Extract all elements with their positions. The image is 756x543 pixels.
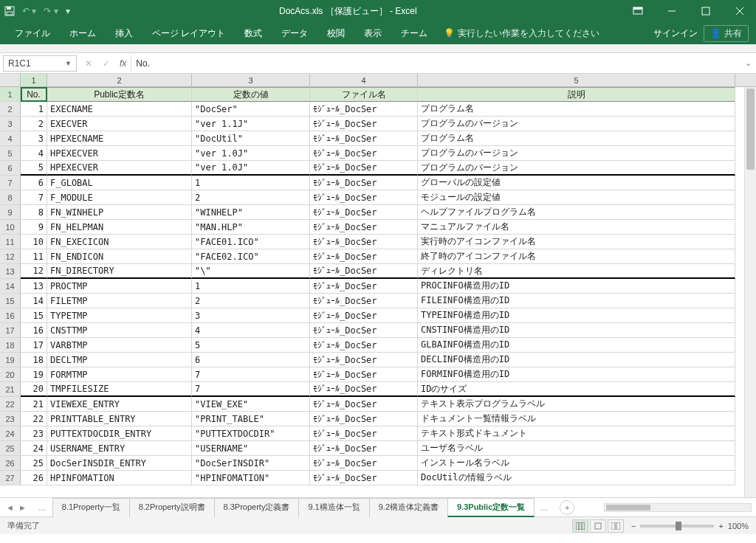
chevron-down-icon[interactable]: ▼ xyxy=(65,60,72,67)
cell[interactable]: ﾓｼﾞｭｰﾙ_DocSer xyxy=(310,117,418,131)
cell[interactable]: 4 xyxy=(192,323,310,338)
cell[interactable]: FORMTMP xyxy=(47,367,192,382)
row-header[interactable]: 22 xyxy=(0,397,21,412)
row-header[interactable]: 10 xyxy=(0,220,21,235)
header-cell[interactable]: 定数の値 xyxy=(192,87,310,102)
cell[interactable]: TYPEINFO構造用のID xyxy=(418,308,735,323)
cell[interactable]: ﾓｼﾞｭｰﾙ_DocSer xyxy=(310,235,418,249)
cell[interactable]: VARBTMP xyxy=(47,338,192,353)
cell[interactable]: ドキュメント一覧情報ラベル xyxy=(418,412,735,426)
cell[interactable]: 9 xyxy=(21,220,47,235)
cell[interactable]: 4 xyxy=(21,146,47,161)
redo-icon[interactable]: ↷ ▾ xyxy=(44,6,58,16)
cell[interactable]: ﾓｼﾞｭｰﾙ_DocSer xyxy=(310,131,418,146)
cell[interactable]: ﾓｼﾞｭｰﾙ_DocSer xyxy=(310,426,418,441)
cell[interactable]: ﾓｼﾞｭｰﾙ_DocSer xyxy=(310,397,418,412)
row-header[interactable]: 20 xyxy=(0,367,21,382)
cell[interactable]: ヘルプファイルプログラム名 xyxy=(418,205,735,220)
name-box[interactable]: R1C1 ▼ xyxy=(3,55,77,72)
cell[interactable]: "ver 1.0J" xyxy=(192,161,310,176)
cell[interactable]: プログラム名 xyxy=(418,102,735,117)
ribbon-display-icon[interactable] xyxy=(622,0,654,22)
row-header[interactable]: 12 xyxy=(0,249,21,264)
cell[interactable]: 26 xyxy=(21,471,47,485)
cell[interactable]: 5 xyxy=(21,161,47,176)
cell[interactable]: FILETMP xyxy=(47,294,192,308)
cell[interactable]: DocSerINSDIR_ENTRY xyxy=(47,456,192,471)
cell[interactable]: 3 xyxy=(21,131,47,146)
cell[interactable]: PUTTEXTDOCDIR_ENTRY xyxy=(47,426,192,441)
maximize-icon[interactable] xyxy=(690,0,722,22)
sheet-tab[interactable]: 8.1Property一覧 xyxy=(52,498,130,517)
header-cell[interactable]: 説明 xyxy=(418,87,735,102)
ribbon-tab[interactable]: ファイル xyxy=(7,22,58,44)
cell[interactable]: "MAN.HLP" xyxy=(192,220,310,235)
save-icon[interactable] xyxy=(4,6,15,16)
sheet-nav[interactable]: ◄► xyxy=(0,503,32,512)
cell[interactable]: 25 xyxy=(21,456,47,471)
cell[interactable]: IDのサイズ xyxy=(418,382,735,397)
row-header[interactable]: 18 xyxy=(0,338,21,353)
cell[interactable]: ﾓｼﾞｭｰﾙ_DocSer xyxy=(310,441,418,456)
add-sheet-button[interactable]: + xyxy=(560,500,574,515)
cell[interactable]: 13 xyxy=(21,279,47,294)
cell[interactable]: テキスト形式ドキュメント xyxy=(418,426,735,441)
cell[interactable]: USERNAME_ENTRY xyxy=(47,441,192,456)
cell[interactable]: 終了時のアイコンファイル名 xyxy=(418,249,735,264)
cell[interactable]: ﾓｼﾞｭｰﾙ_DocSer xyxy=(310,323,418,338)
header-cell[interactable]: Public定数名 xyxy=(47,87,192,102)
row-header[interactable]: 14 xyxy=(0,279,21,294)
cell[interactable]: ﾓｼﾞｭｰﾙ_DocSer xyxy=(310,382,418,397)
sheet-more-left[interactable]: … xyxy=(32,503,52,512)
row-header[interactable]: 21 xyxy=(0,382,21,397)
sheet-tab[interactable]: 8.3Property定義書 xyxy=(214,498,300,517)
cell[interactable]: 18 xyxy=(21,353,47,367)
cell[interactable]: 23 xyxy=(21,426,47,441)
ribbon-tab[interactable]: 数式 xyxy=(237,22,269,44)
share-button[interactable]: 👤 共有 xyxy=(704,25,749,42)
cell[interactable]: 7 xyxy=(192,382,310,397)
cell[interactable]: ディレクトリ名 xyxy=(418,264,735,279)
cell[interactable]: モジュールの設定値 xyxy=(418,190,735,205)
row-header[interactable]: 16 xyxy=(0,308,21,323)
cell[interactable]: 24 xyxy=(21,441,47,456)
cell[interactable]: プログラムのバージョン xyxy=(418,161,735,176)
ribbon-tab[interactable]: データ xyxy=(274,22,315,44)
cell[interactable]: GLBAINFO構造用のID xyxy=(418,338,735,353)
tell-me[interactable]: 💡 実行したい作業を入力してください xyxy=(444,27,599,40)
cell[interactable]: 3 xyxy=(192,308,310,323)
cell[interactable]: マニュアルファイル名 xyxy=(418,220,735,235)
cell[interactable]: 6 xyxy=(21,176,47,190)
cell[interactable]: EXECNAME xyxy=(47,102,192,117)
row-header[interactable]: 13 xyxy=(0,264,21,279)
cell[interactable]: "DocUtil" xyxy=(192,131,310,146)
cell[interactable]: 16 xyxy=(21,323,47,338)
cell[interactable]: "VIEW_EXE" xyxy=(192,397,310,412)
column-header[interactable]: 4 xyxy=(310,74,418,86)
row-header[interactable]: 5 xyxy=(0,146,21,161)
cell[interactable]: FN_HELPMAN xyxy=(47,220,192,235)
nav-prev-icon[interactable]: ◄ xyxy=(6,503,14,512)
cell[interactable]: DocUtilの情報ラベル xyxy=(418,471,735,485)
row-header[interactable]: 23 xyxy=(0,412,21,426)
column-header[interactable]: 3 xyxy=(192,74,310,86)
ribbon-tab[interactable]: 表示 xyxy=(357,22,389,44)
horizontal-scrollbar[interactable] xyxy=(604,503,752,512)
cell[interactable]: 14 xyxy=(21,294,47,308)
cell[interactable]: ユーザ名ラベル xyxy=(418,441,735,456)
cell[interactable]: ﾓｼﾞｭｰﾙ_DocSer xyxy=(310,456,418,471)
row-header[interactable]: 9 xyxy=(0,205,21,220)
cell[interactable]: DECLINFO構造用のID xyxy=(418,353,735,367)
column-header[interactable]: 5 xyxy=(418,74,735,86)
sheet-tab[interactable]: 9.3Public定数一覧 xyxy=(447,498,535,517)
sheet-tab[interactable]: 9.2構造体定義書 xyxy=(369,498,448,517)
row-header[interactable]: 17 xyxy=(0,323,21,338)
page-break-view-button[interactable] xyxy=(608,519,624,533)
zoom-in-button[interactable]: + xyxy=(718,522,723,530)
cell[interactable]: 11 xyxy=(21,249,47,264)
cell[interactable]: FN_DIRECTORY xyxy=(47,264,192,279)
ribbon-tab[interactable]: 挿入 xyxy=(108,22,140,44)
cancel-icon[interactable]: ✕ xyxy=(80,58,97,69)
sheet-tab[interactable]: 8.2Property説明書 xyxy=(129,498,215,517)
signin-link[interactable]: サインイン xyxy=(653,27,698,40)
